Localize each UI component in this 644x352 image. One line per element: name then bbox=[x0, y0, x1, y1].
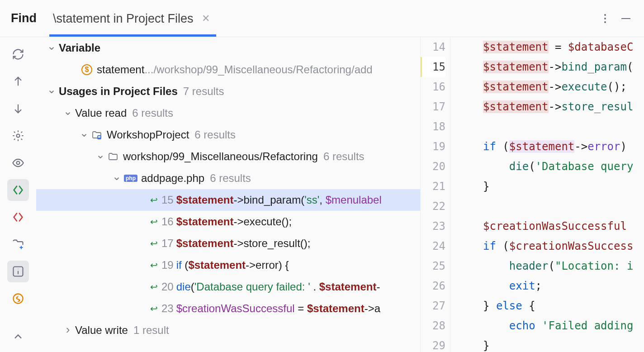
gutter-line: 17 bbox=[421, 97, 445, 117]
file-group[interactable]: php addpage.php 6 results bbox=[36, 167, 420, 189]
folder-icon bbox=[108, 151, 118, 162]
value-write-label: Value write bbox=[75, 324, 128, 337]
next-button[interactable] bbox=[7, 98, 29, 119]
code-line: echo 'Failed adding bbox=[450, 316, 644, 336]
variable-name: statement bbox=[97, 63, 144, 76]
line-number: 16 bbox=[161, 215, 174, 228]
svg-point-3 bbox=[14, 294, 23, 304]
line-number: 19 bbox=[161, 259, 174, 271]
code-line: } bbox=[450, 336, 644, 352]
line-number: 15 bbox=[161, 194, 174, 206]
read-usage-icon: ↩︎ bbox=[150, 281, 158, 292]
usage-code: $creationWasSuccessful = $statement->a bbox=[176, 302, 380, 315]
usage-code: $statement->execute(); bbox=[176, 215, 292, 228]
chevron-down-icon[interactable] bbox=[80, 128, 89, 141]
usages-label: Usages in Project Files bbox=[59, 85, 178, 98]
value-read-label: Value read bbox=[75, 107, 127, 119]
project-group[interactable]: WorkshopProject 6 results bbox=[36, 124, 420, 146]
chevron-down-icon[interactable] bbox=[63, 107, 72, 119]
chevron-down-icon[interactable] bbox=[47, 42, 56, 54]
usages-count: 7 results bbox=[183, 85, 224, 98]
prev-button[interactable] bbox=[7, 71, 29, 92]
value-write-group[interactable]: Value write 1 result bbox=[36, 319, 420, 341]
code-line: if ($statement->error) bbox=[450, 137, 644, 157]
project-label: WorkshopProject bbox=[107, 128, 189, 141]
gutter-line: 23 bbox=[421, 216, 445, 236]
gutter-line: 19 bbox=[421, 137, 445, 157]
read-usage-icon: ↩︎ bbox=[150, 303, 158, 314]
project-icon bbox=[91, 129, 102, 140]
code-line: } else { bbox=[450, 296, 644, 316]
new-folder-button[interactable] bbox=[7, 233, 29, 255]
settings-button[interactable] bbox=[7, 125, 29, 147]
usages-group[interactable]: Usages in Project Files 7 results bbox=[36, 81, 420, 102]
file-label: addpage.php bbox=[141, 172, 204, 185]
code-line: $statement = $databaseC bbox=[450, 37, 644, 57]
results-tree[interactable]: Variable $ statement .../workshop/99_Mis… bbox=[36, 37, 421, 352]
usage-row[interactable]: ↩︎15 $statement->bind_param('ss', $menul… bbox=[36, 189, 420, 211]
value-write-count: 1 result bbox=[133, 324, 169, 337]
line-number: 20 bbox=[161, 281, 174, 293]
code-line: header("Location: i bbox=[450, 256, 644, 276]
code-lines: $statement = $databaseC$statement->bind_… bbox=[450, 37, 644, 352]
sidebar bbox=[0, 37, 36, 352]
gutter-line: 21 bbox=[421, 176, 445, 196]
usage-code: die('Database query failed: ' . $stateme… bbox=[176, 281, 380, 293]
usage-row[interactable]: ↩︎16 $statement->execute(); bbox=[36, 211, 420, 233]
variable-button[interactable] bbox=[7, 288, 29, 309]
kebab-icon[interactable] bbox=[604, 14, 606, 23]
folder-group[interactable]: workshop/99_Miscellaneous/Refactoring 6 … bbox=[36, 146, 420, 167]
usage-code: $statement->store_result(); bbox=[176, 237, 311, 250]
folder-label: workshop/99_Miscellaneous/Refactoring bbox=[123, 150, 318, 163]
usage-row[interactable]: ↩︎23 $creationWasSuccessful = $statement… bbox=[36, 298, 420, 319]
variable-group-label: Variable bbox=[59, 42, 100, 54]
gutter-line: 16 bbox=[421, 77, 445, 97]
info-button[interactable] bbox=[7, 261, 29, 282]
chevron-down-icon[interactable] bbox=[96, 150, 105, 163]
usage-code: $statement->bind_param('ss', $menulabel bbox=[176, 194, 382, 206]
refresh-button[interactable] bbox=[7, 43, 29, 65]
line-number: 23 bbox=[161, 302, 174, 315]
svg-rect-4 bbox=[98, 136, 101, 139]
usage-row[interactable]: ↩︎17 $statement->store_result(); bbox=[36, 233, 420, 254]
variable-item[interactable]: $ statement .../workshop/99_Miscellaneou… bbox=[36, 59, 420, 81]
code-line: $statement->store_resul bbox=[450, 97, 644, 117]
php-icon: php bbox=[124, 175, 137, 182]
line-number: 17 bbox=[161, 237, 174, 250]
expand-button[interactable] bbox=[7, 326, 29, 347]
svg-point-1 bbox=[17, 162, 20, 165]
find-tab[interactable]: \statement in Project Files ✕ bbox=[49, 0, 216, 37]
gutter-line: 29 bbox=[421, 336, 445, 352]
value-read-group[interactable]: Value read 6 results bbox=[36, 102, 420, 124]
gutter-line: 15 bbox=[421, 57, 445, 77]
chevron-down-icon[interactable] bbox=[112, 172, 121, 185]
gutter-line: 28 bbox=[421, 316, 445, 336]
usage-row[interactable]: ↩︎19 if ($statement->error) { bbox=[36, 254, 420, 276]
gutter-line: 25 bbox=[421, 256, 445, 276]
close-icon[interactable]: ✕ bbox=[202, 13, 210, 24]
read-usage-icon: ↩︎ bbox=[150, 260, 158, 271]
gutter-line: 26 bbox=[421, 276, 445, 296]
code-line: if ($creationWasSuccess bbox=[450, 236, 644, 256]
code-line: } bbox=[450, 176, 644, 196]
code-line bbox=[450, 196, 644, 216]
show-write-button[interactable] bbox=[7, 206, 29, 228]
show-read-button[interactable] bbox=[7, 179, 29, 201]
value-read-count: 6 results bbox=[132, 107, 173, 119]
code-line: $statement->execute(); bbox=[450, 77, 644, 97]
variable-group[interactable]: Variable bbox=[36, 37, 420, 59]
file-count: 6 results bbox=[210, 172, 251, 185]
gutter-line: 22 bbox=[421, 196, 445, 216]
chevron-right-icon[interactable] bbox=[63, 323, 72, 338]
minimize-icon[interactable] bbox=[621, 18, 630, 19]
read-usage-icon: ↩︎ bbox=[150, 216, 158, 227]
code-line: $statement->bind_param( bbox=[450, 57, 644, 77]
preview-button[interactable] bbox=[7, 152, 29, 174]
usage-row[interactable]: ↩︎20 die('Database query failed: ' . $st… bbox=[36, 276, 420, 298]
code-line: exit; bbox=[450, 276, 644, 296]
chevron-down-icon[interactable] bbox=[47, 85, 56, 98]
gutter-line: 18 bbox=[421, 117, 445, 137]
code-line bbox=[450, 117, 644, 137]
read-usage-icon: ↩︎ bbox=[150, 195, 158, 205]
code-preview[interactable]: 14151617181920212223242526272829 $statem… bbox=[421, 37, 644, 352]
